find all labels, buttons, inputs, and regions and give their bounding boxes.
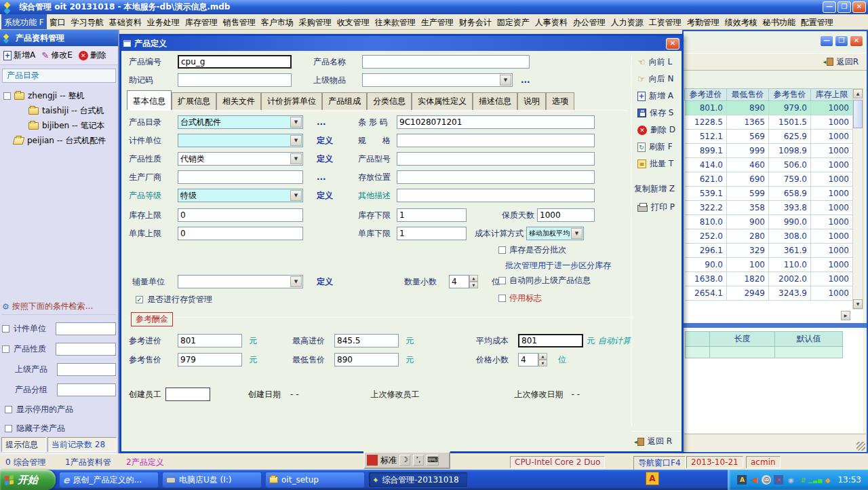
bin-upper-input[interactable]: 0: [178, 227, 303, 240]
menu-item[interactable]: 系统功能 F: [1, 14, 47, 29]
unit-define-link[interactable]: 定义: [317, 135, 333, 147]
table-row[interactable]: 810.0900990.01000: [685, 215, 853, 229]
qty-decimal-stepper[interactable]: 4 ▲▼: [449, 275, 478, 288]
dialog-tab[interactable]: 说明: [517, 92, 546, 110]
backward-button[interactable]: ☞ 向后 N: [637, 73, 673, 85]
aux-unit-define-link[interactable]: 定义: [317, 276, 333, 288]
manufacturer-input[interactable]: [178, 170, 303, 184]
menu-item[interactable]: 办公管理: [570, 14, 608, 29]
menu-item[interactable]: 窗口: [47, 14, 68, 29]
catalog-dropdown[interactable]: 台式机配件: [178, 115, 303, 129]
nature-define-link[interactable]: 定义: [317, 153, 333, 165]
parent-product-input[interactable]: [57, 363, 116, 376]
column-header[interactable]: 参考售价: [769, 89, 811, 101]
scroll-down-icon[interactable]: ▼: [853, 299, 863, 309]
product-group-input[interactable]: [57, 383, 116, 396]
column-header[interactable]: 长度: [710, 332, 775, 347]
cost-method-dropdown[interactable]: 移动加权平均: [526, 227, 584, 240]
hide-child-checkbox[interactable]: [5, 425, 12, 432]
menu-item[interactable]: 采购管理: [296, 14, 334, 29]
dialog-tab[interactable]: 扩展信息: [172, 92, 216, 110]
menu-item[interactable]: 财务会计: [456, 14, 494, 29]
menu-item[interactable]: 基础资料: [106, 14, 144, 29]
tree-checkbox[interactable]: [3, 92, 11, 100]
menu-item[interactable]: 收支管理: [334, 14, 372, 29]
stepper-arrows-icon[interactable]: ▲▼: [538, 353, 547, 366]
menu-item[interactable]: 人力资源: [608, 14, 646, 29]
disabled-flag-checkbox[interactable]: [498, 295, 506, 302]
menu-item[interactable]: 往来款管理: [372, 14, 418, 29]
resize-grip[interactable]: [856, 442, 865, 451]
minimize-button[interactable]: —: [823, 1, 836, 13]
show-disabled-checkbox[interactable]: [5, 406, 12, 413]
task-folder[interactable]: oit_setup: [265, 472, 365, 488]
product-name-input[interactable]: [362, 55, 530, 69]
alert-icon[interactable]: A: [737, 475, 747, 485]
parent-item-dropdown[interactable]: [362, 73, 513, 87]
nav-window-label[interactable]: 导航窗口F4: [633, 456, 686, 470]
copy-new-button[interactable]: 复制新增 Z: [634, 183, 675, 195]
quicklaunch-icon[interactable]: A: [646, 472, 659, 485]
return-button[interactable]: 返回R: [837, 56, 859, 68]
table-row[interactable]: 2654.129493243.91000: [685, 286, 853, 301]
parent-more-button[interactable]: ...: [521, 75, 530, 85]
window-tab-main[interactable]: 0 综合管理: [5, 457, 45, 468]
bin-lower-input[interactable]: 1: [397, 227, 467, 240]
column-header[interactable]: 库存上限: [811, 89, 853, 101]
child-maximize-button[interactable]: ❐: [835, 35, 848, 47]
table-row[interactable]: 90.0100110.01000: [685, 258, 853, 272]
dialog-tab[interactable]: 实体属性定义: [412, 92, 473, 110]
menu-item[interactable]: 业务处理: [144, 14, 182, 29]
display-icon[interactable]: ✕: [774, 475, 783, 485]
tree-item-peijian[interactable]: peijian -- 台式机配件: [3, 133, 118, 148]
dialog-tab[interactable]: 选项: [546, 92, 574, 110]
print-button[interactable]: 打印 P: [637, 202, 675, 213]
inventory-mgmt-checkbox[interactable]: ✓: [136, 296, 143, 303]
window-tab-product-data[interactable]: 1产品资料管: [65, 457, 111, 468]
column-header[interactable]: 最低售价: [727, 89, 769, 101]
table-row[interactable]: 899.19991098.91000: [685, 144, 853, 158]
min-sale-input[interactable]: 890: [334, 353, 399, 366]
location-input[interactable]: [397, 170, 595, 184]
nature-input[interactable]: [56, 343, 116, 356]
table-row[interactable]: 512.1569625.91000: [685, 130, 853, 144]
menu-item[interactable]: 学习导航: [68, 14, 106, 29]
dialog-tab[interactable]: 描述信息: [473, 92, 517, 110]
stock-upper-input[interactable]: 0: [178, 208, 303, 222]
ime-bar[interactable]: 标准 ☽ ’, ⌨: [363, 451, 450, 469]
ime-punctuation-icon[interactable]: ’,: [413, 455, 424, 466]
product-code-input[interactable]: cpu_g: [178, 55, 292, 69]
forward-button[interactable]: ☜ 向前 L: [637, 56, 672, 68]
new-button[interactable]: + 新增 A: [637, 90, 673, 102]
other-desc-input[interactable]: [397, 189, 595, 202]
catalog-more-button[interactable]: ...: [317, 117, 326, 127]
nature-dropdown[interactable]: 代销类: [178, 152, 303, 166]
restore-button[interactable]: ❐: [837, 1, 851, 13]
column-header[interactable]: 参考进价: [685, 89, 727, 101]
volume-icon[interactable]: ◀: [749, 475, 759, 485]
dialog-tab[interactable]: 分类信息: [367, 92, 412, 110]
manufacturer-more-button[interactable]: ...: [317, 172, 326, 182]
spec-input[interactable]: [397, 134, 595, 147]
table-row[interactable]: 252.0280308.01000: [685, 229, 853, 244]
unit-input[interactable]: [56, 322, 116, 335]
task-erp-app[interactable]: ✦ 综合管理-20131018: [368, 472, 468, 488]
task-ie[interactable]: e 原创_产品定义的...: [59, 472, 159, 488]
batch-button[interactable]: ≡ 批量 T: [637, 158, 673, 170]
unit-dropdown[interactable]: [178, 134, 303, 147]
scroll-up-icon[interactable]: ▲: [853, 89, 863, 98]
tree-item-zhengji[interactable]: zhengji -- 整机: [3, 88, 118, 103]
messenger-icon[interactable]: ☺: [762, 475, 771, 485]
menu-item[interactable]: 配置管理: [798, 14, 836, 29]
menu-item[interactable]: 秘书功能: [760, 14, 798, 29]
table-row[interactable]: 1638.018202002.01000: [685, 272, 853, 286]
delete-button[interactable]: ✕ 删除: [79, 50, 106, 61]
menu-item[interactable]: 人事资料: [532, 14, 570, 29]
grade-dropdown[interactable]: 特级: [178, 189, 303, 202]
delete-button[interactable]: ✕ 删除 D: [637, 124, 675, 136]
tree-item-taishiji[interactable]: taishiji -- 台式机: [3, 103, 118, 118]
max-purchase-input[interactable]: 845.5: [334, 334, 399, 347]
child-minimize-button[interactable]: —: [820, 35, 833, 47]
scrollbar-thumb[interactable]: [853, 100, 863, 128]
price-decimal-input[interactable]: 4: [518, 353, 538, 366]
